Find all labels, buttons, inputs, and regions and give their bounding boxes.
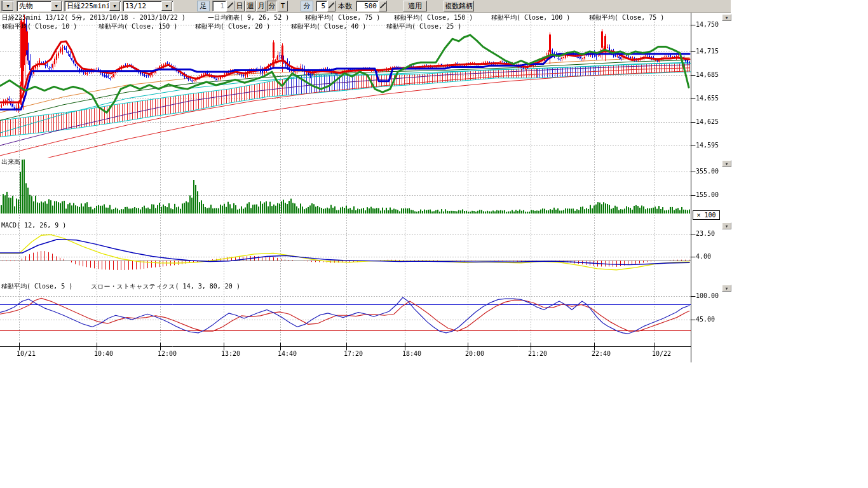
period-button[interactable]: 日 xyxy=(234,1,245,11)
minute-label: 分 xyxy=(301,1,313,11)
period-button[interactable]: 月 xyxy=(256,1,266,11)
y-axis-label: 14,625 xyxy=(696,118,719,125)
panel-dropdown-arrow[interactable]: ▼ xyxy=(722,14,731,21)
legend-item: 移動平均( Close, 40 ) xyxy=(291,23,366,30)
interval-spinner-button[interactable] xyxy=(226,1,234,11)
y-axis-label: 4.00 xyxy=(696,253,711,260)
x-axis-label: 18:40 xyxy=(402,350,421,357)
instrument-type-value: 先物 xyxy=(17,1,50,11)
y-axis-label: 45.00 xyxy=(696,316,715,323)
legend-item: 移動平均( Close, 100 ) xyxy=(491,14,570,21)
x-axis-label: 10/21 xyxy=(17,350,36,357)
y-axis-label: 14,655 xyxy=(696,95,719,102)
y-axis-label: 14,595 xyxy=(696,142,719,149)
bar-count-label: 本数 xyxy=(338,1,352,11)
bar-count-spinner-button[interactable] xyxy=(379,1,387,11)
toolbar: ▼ 先物 ▼ 日経225mini ▼ 13/12 ▼ 足 1 日週月分T 分 5… xyxy=(0,0,731,13)
macd-panel-label: MACD( 12, 26, 9 ) xyxy=(1,222,66,229)
spin-icon xyxy=(329,3,334,8)
y-axis-label: 14,685 xyxy=(696,71,719,78)
volume-multiplier-badge: × 100 xyxy=(693,210,720,220)
spin-icon xyxy=(227,3,233,8)
symbol-select[interactable]: 日経225mini ▼ xyxy=(64,1,121,11)
bar-count-input[interactable]: 500 xyxy=(356,1,379,11)
minute-value-input[interactable]: 5 xyxy=(316,1,327,11)
x-axis-label: 10:40 xyxy=(94,350,113,357)
chart-canvas[interactable] xyxy=(0,0,868,488)
y-axis-label: 14,750 xyxy=(696,21,719,28)
period-active-button[interactable]: 分 xyxy=(267,1,277,11)
period-button[interactable]: T xyxy=(278,1,288,11)
legend-item: 移動平均( Close, 75 ) xyxy=(305,14,380,21)
interval-input[interactable]: 1 xyxy=(212,1,226,11)
contract-month-select[interactable]: 13/12 ▼ xyxy=(123,1,173,11)
legend-item: 移動平均( Close, 150 ) xyxy=(394,14,473,21)
x-axis-label: 21:20 xyxy=(528,350,547,357)
contract-month-value: 13/12 xyxy=(123,2,161,10)
x-axis-label: 13:20 xyxy=(221,350,240,357)
x-axis-label: 22:40 xyxy=(592,350,611,357)
y-axis-label: 155.00 xyxy=(696,191,719,198)
apply-button[interactable]: 適用 xyxy=(403,1,427,11)
multi-symbol-button[interactable]: 複数銘柄 xyxy=(444,1,474,11)
legend-item: 日経225mini 13/12( 5分, 2013/10/18 - 2013/1… xyxy=(2,14,186,21)
symbol-value: 日経225mini xyxy=(65,1,109,11)
y-axis-label: 23.50 xyxy=(696,230,715,237)
stoch-ma-label: 移動平均( Close, 5 ) xyxy=(1,283,72,290)
chevron-down-icon[interactable]: ▼ xyxy=(161,1,172,11)
legend-item: 移動平均( Close, 10 ) xyxy=(2,23,77,30)
spin-icon xyxy=(380,3,386,8)
legend-item: 移動平均( Close, 20 ) xyxy=(195,23,270,30)
instrument-type-select[interactable]: 先物 ▼ xyxy=(17,1,63,11)
chevron-down-icon[interactable]: ▼ xyxy=(3,1,13,11)
period-button-group: 日週月分T xyxy=(234,1,288,11)
period-button[interactable]: 週 xyxy=(245,1,255,11)
stoch-panel-label: スロー・ストキャスティクス( 14, 3, 80, 20 ) xyxy=(91,283,240,290)
panel-dropdown-arrow[interactable]: ▼ xyxy=(722,285,731,292)
y-axis-label: 355.00 xyxy=(696,168,719,175)
minute-spinner-button[interactable] xyxy=(327,1,336,11)
y-axis-label: 14,715 xyxy=(696,48,719,55)
y-axis-label: 100.00 xyxy=(696,292,719,299)
panel-dropdown-arrow[interactable]: ▼ xyxy=(722,222,731,229)
x-axis-label: 10/22 xyxy=(652,350,671,357)
x-axis-label: 17:20 xyxy=(344,350,363,357)
legend-item: 移動平均( Close, 25 ) xyxy=(386,23,461,30)
trading-chart-app: ▼ 先物 ▼ 日経225mini ▼ 13/12 ▼ 足 1 日週月分T 分 5… xyxy=(0,0,868,488)
chevron-down-icon[interactable]: ▼ xyxy=(51,1,62,11)
x-axis-label: 14:40 xyxy=(278,350,297,357)
legend-item: 移動平均( Close, 75 ) xyxy=(589,14,664,21)
legend-item: 一目均衡表( 9, 26, 52 ) xyxy=(208,14,289,21)
panel-dropdown-arrow[interactable]: ▼ xyxy=(722,160,731,167)
mini-dropdown[interactable]: ▼ xyxy=(1,1,14,11)
x-axis-label: 12:00 xyxy=(158,350,177,357)
legend-item: 移動平均( Close, 150 ) xyxy=(98,23,177,30)
x-axis-label: 20:00 xyxy=(465,350,484,357)
chevron-down-icon[interactable]: ▼ xyxy=(109,1,120,11)
bar-type-label: 足 xyxy=(197,1,210,11)
volume-panel-label: 出来高 xyxy=(1,158,20,165)
